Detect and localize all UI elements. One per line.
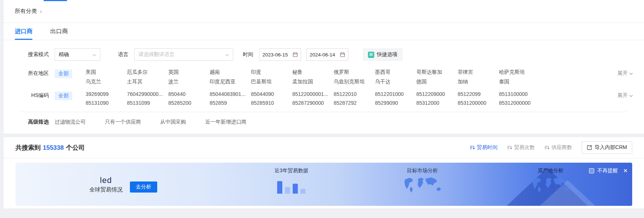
region-item[interactable]: 土耳其	[127, 79, 168, 85]
region-item[interactable]: 巴基斯坦	[251, 79, 292, 85]
hscode-item[interactable]: 85131099	[127, 100, 168, 106]
search-keyword: led	[100, 176, 112, 185]
breadcrumb-label: 所有分类	[15, 8, 37, 15]
region-item[interactable]: 美国	[86, 69, 127, 76]
hscode-item[interactable]: 85044090	[251, 91, 292, 97]
hscode-item[interactable]: 8512209000	[416, 91, 458, 97]
sort-descending-icon	[507, 145, 512, 150]
sort-descending-icon	[544, 145, 550, 150]
language-placeholder: 请选择翻译语言	[138, 51, 225, 58]
breadcrumb-row: 所有分类 ›	[4, 0, 644, 23]
hscode-item[interactable]: 8512201000	[375, 91, 416, 97]
hscode-item[interactable]: 85312000000	[499, 100, 540, 106]
tab-exporters[interactable]: 出口商	[50, 23, 68, 40]
search-mode-label: 搜索模式	[15, 51, 49, 58]
hscode-item[interactable]: 85285200	[168, 100, 210, 106]
sort-trade-count[interactable]: 贸易次数	[507, 144, 535, 151]
region-item[interactable]: 菲律宾	[458, 69, 499, 76]
analyze-button[interactable]: 去分析	[130, 181, 157, 193]
banner-section-target-market: 目标市场分析	[388, 167, 457, 195]
region-item[interactable]: 俄罗斯	[334, 69, 375, 76]
hscode-item[interactable]: 76042990000...	[127, 91, 168, 97]
advanced-option-new-importers[interactable]: 近一年新增进口商	[205, 119, 247, 125]
region-item[interactable]: 哈萨克斯坦	[499, 69, 540, 76]
advanced-option-buy-from-china[interactable]: 从中国采购	[160, 119, 186, 125]
filter-row-basic: 搜索模式 精确 语言 请选择翻译语言 时间 2023-06-15	[15, 48, 633, 61]
language-select[interactable]: 请选择翻译语言	[134, 48, 233, 61]
region-item[interactable]: 英国	[168, 69, 210, 76]
hscode-item[interactable]: 85122099	[458, 91, 499, 97]
close-icon[interactable]: ✕	[623, 167, 628, 174]
sort-trade-time[interactable]: 贸易时间	[470, 144, 497, 151]
region-item[interactable]: 孟加拉国	[292, 79, 334, 85]
import-crm-button[interactable]: 导入内部CRM	[582, 141, 632, 154]
trade-data-label: 近3年贸易数据	[257, 167, 326, 174]
region-grid-row2: 乌克兰 土耳其 波兰 印度尼西亚 巴基斯坦 孟加拉国 乌兹别克斯坦 乌干达 德国…	[86, 79, 614, 85]
hscode-item[interactable]: 850440	[168, 91, 210, 97]
trade-analysis-banner: led 全球贸易情况 去分析 近3年贸易数据 目标市场分析	[16, 163, 632, 206]
hscode-item[interactable]: 85299090	[375, 100, 416, 106]
region-item[interactable]: 泰国	[499, 79, 540, 85]
region-item[interactable]: 越南	[210, 69, 251, 76]
breadcrumb[interactable]: 所有分类 ›	[15, 8, 42, 15]
date-start-input[interactable]: 2023-06-15	[259, 48, 301, 61]
hscode-item[interactable]: 85285910	[251, 100, 292, 106]
results-count[interactable]: 155338	[43, 144, 64, 152]
dismiss-label[interactable]: 不再提醒	[597, 167, 618, 174]
filters: 搜索模式 精确 语言 请选择翻译语言 时间 2023-06-15	[4, 40, 644, 134]
results-header: 共搜索到 155338 个公司 贸易时间 贸易次数 供应商数	[4, 137, 644, 158]
region-item[interactable]: 乌兹别克斯坦	[334, 79, 375, 85]
hscode-item[interactable]: 852859	[210, 100, 251, 106]
hscode-item[interactable]: 85131090	[86, 100, 127, 106]
region-item[interactable]: 印度	[251, 69, 292, 76]
region-item[interactable]: 加纳	[458, 79, 499, 85]
hscode-grid-row2: 85131090 85131099 85285200 852859 852859…	[86, 100, 614, 106]
dismiss-group: 不再提醒 ✕	[589, 167, 628, 174]
sort-supplier-count[interactable]: 供应商数	[544, 144, 572, 151]
dismiss-checkbox[interactable]	[589, 168, 594, 173]
search-mode-select[interactable]: 精确	[55, 48, 100, 61]
top-tab-indicator	[44, 0, 67, 1]
hscode-expand-link[interactable]: 展开	[617, 91, 633, 99]
banner-section-origin: 原产地分析	[519, 167, 582, 195]
region-item[interactable]: 波兰	[168, 79, 210, 85]
chevron-down-icon	[629, 95, 633, 97]
region-item[interactable]: 印度尼西亚	[210, 79, 251, 85]
hscode-all-tag[interactable]: 全部	[55, 91, 72, 100]
hscode-item[interactable]: 8531200000	[458, 100, 499, 106]
tab-importers[interactable]: 进口商	[15, 23, 32, 40]
export-icon	[587, 145, 592, 150]
region-item[interactable]: 德国	[416, 79, 458, 85]
hscode-item[interactable]: 85312000	[416, 100, 458, 106]
date-end-input[interactable]: 2024-06-14	[306, 48, 348, 61]
hscode-item[interactable]: 85287290000	[292, 100, 334, 106]
advanced-option-single-supplier[interactable]: 只有一个供应商	[105, 119, 141, 125]
region-all-tag[interactable]: 全部	[55, 69, 72, 78]
quick-options-button[interactable]: ⌘ 快捷选项	[363, 49, 402, 60]
chevron-down-icon	[225, 52, 229, 58]
hscode-item[interactable]: 8513100000	[499, 91, 540, 97]
region-item[interactable]: 乌克兰	[86, 79, 127, 85]
world-map-icon	[401, 176, 444, 194]
command-icon: ⌘	[368, 52, 374, 58]
results-panel: 共搜索到 155338 个公司 贸易时间 贸易次数 供应商数	[4, 137, 644, 208]
hscode-item[interactable]: 85044083901...	[210, 91, 251, 97]
region-item[interactable]: 秘鲁	[292, 69, 334, 76]
hscode-item[interactable]: 85122010	[334, 91, 375, 97]
region-item[interactable]: 哥斯达黎加	[416, 69, 458, 76]
search-mode-value: 精确	[59, 51, 92, 58]
region-item[interactable]: 墨西哥	[375, 69, 416, 76]
region-grid-row1: 美国 厄瓜多尔 英国 越南 印度 秘鲁 俄罗斯 墨西哥 哥斯达黎加 菲律宾 哈萨…	[86, 69, 614, 76]
banner-subtitle: 全球贸易情况	[89, 186, 123, 193]
region-expand-link[interactable]: 展开	[617, 69, 633, 77]
region-item[interactable]: 乌干达	[375, 79, 416, 85]
keyword-group: led 全球贸易情况 去分析	[89, 176, 157, 193]
calendar-icon	[340, 52, 345, 57]
results-summary: 共搜索到 155338 个公司	[16, 143, 85, 152]
hscode-item[interactable]: 85122000001...	[292, 91, 334, 97]
hscode-item[interactable]: 39269099	[86, 91, 127, 97]
advanced-option-filter-logistics[interactable]: 过滤物流公司	[55, 119, 86, 125]
hscode-item[interactable]: 85287292	[334, 100, 375, 106]
world-map-icon	[529, 176, 572, 194]
region-item[interactable]: 厄瓜多尔	[127, 69, 168, 76]
